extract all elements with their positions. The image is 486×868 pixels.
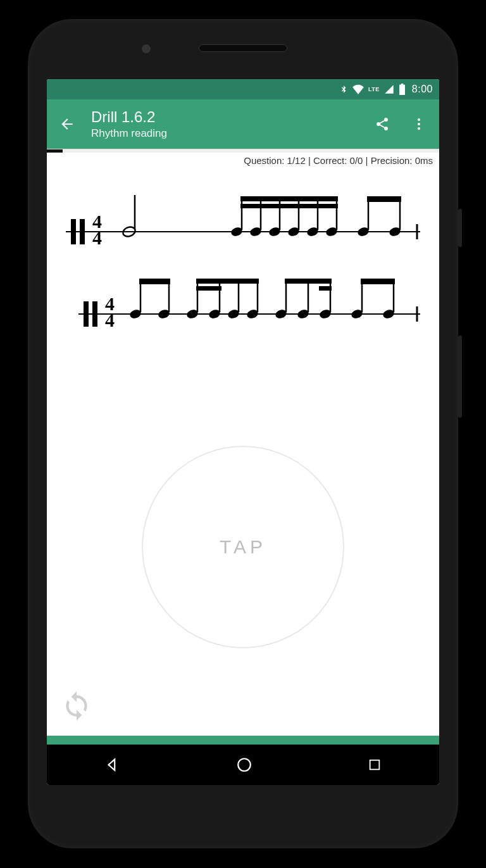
device-frame: LTE 8:00 Drill 1.6.2 Rhythm reading <box>28 19 458 848</box>
battery-icon <box>399 84 406 95</box>
svg-rect-56 <box>285 279 332 284</box>
svg-point-64 <box>238 758 251 771</box>
status-bar: LTE 8:00 <box>47 79 439 99</box>
status-clock: 8:00 <box>412 84 433 95</box>
tap-button[interactable]: TAP <box>142 446 344 648</box>
wifi-icon <box>352 84 364 94</box>
replay-button[interactable] <box>61 690 92 722</box>
tap-area: TAP <box>47 358 439 736</box>
front-camera <box>142 44 151 53</box>
svg-rect-28 <box>367 196 401 202</box>
svg-rect-39 <box>139 279 170 284</box>
android-nav-bar <box>47 745 439 785</box>
power-button <box>458 209 462 247</box>
svg-rect-31 <box>84 301 89 327</box>
stats-text: Question: 1/12 | Correct: 0/0 | Precisio… <box>47 153 439 168</box>
svg-point-1 <box>418 123 420 125</box>
svg-rect-62 <box>361 279 395 284</box>
svg-rect-57 <box>319 286 332 291</box>
volume-button <box>458 336 462 418</box>
tap-label: TAP <box>220 536 266 558</box>
svg-point-0 <box>418 118 420 121</box>
svg-rect-5 <box>80 219 85 244</box>
nav-recent-icon[interactable] <box>368 758 382 772</box>
lte-label: LTE <box>368 86 380 92</box>
svg-rect-22 <box>240 196 338 201</box>
svg-text:4: 4 <box>105 310 115 330</box>
svg-rect-49 <box>196 286 221 291</box>
svg-point-2 <box>418 127 420 130</box>
svg-rect-4 <box>71 219 76 244</box>
svg-rect-23 <box>240 204 338 208</box>
share-button[interactable] <box>370 111 395 137</box>
svg-rect-48 <box>196 279 259 284</box>
speaker-slot <box>199 44 287 52</box>
nav-back-icon[interactable] <box>104 757 121 773</box>
app-bar: Drill 1.6.2 Rhythm reading <box>47 99 439 149</box>
signal-icon <box>383 84 395 94</box>
back-button[interactable] <box>54 111 80 137</box>
app-subtitle: Rhythm reading <box>91 127 358 140</box>
screen: LTE 8:00 Drill 1.6.2 Rhythm reading <box>47 79 439 785</box>
bluetooth-icon <box>339 84 348 95</box>
footer-accent <box>47 736 439 745</box>
nav-home-icon[interactable] <box>236 757 252 773</box>
svg-rect-32 <box>92 301 97 327</box>
music-notation: 4 4 <box>47 168 439 358</box>
more-button[interactable] <box>406 111 432 137</box>
svg-rect-65 <box>370 760 380 770</box>
svg-text:4: 4 <box>92 227 102 248</box>
app-title: Drill 1.6.2 <box>91 108 358 126</box>
